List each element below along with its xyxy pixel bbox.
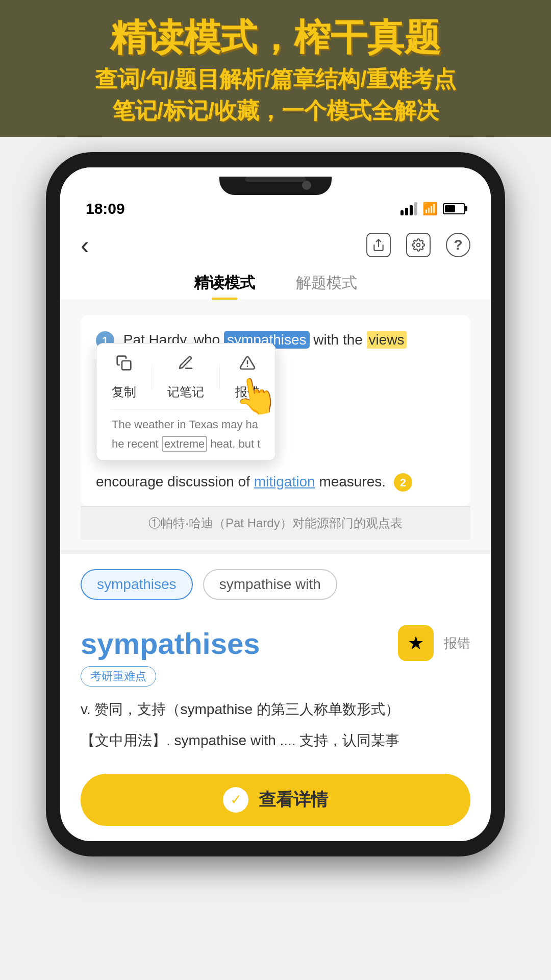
banner-subtitle1: 查词/句/题目解析/篇章结构/重难考点 <box>20 63 531 95</box>
translation-bar: ①帕特·哈迪（Pat Hardy）对能源部门的观点表 <box>81 506 470 540</box>
status-bar: 18:09 📶 <box>60 195 491 220</box>
notch-camera <box>302 181 311 190</box>
mode-tabs: 精读模式 解题模式 <box>60 265 491 300</box>
dict-header: sympathises ★ 报错 <box>81 625 470 661</box>
see-details-check-icon: ✓ <box>223 787 248 813</box>
dictionary-section: sympathises ★ 报错 考研重难点 v. 赞同，支持（sympathi… <box>60 610 491 764</box>
dict-usage: 【文中用法】. sympathise with .... 支持，认同某事 <box>81 728 470 753</box>
tooltip-divider-1 <box>152 364 152 390</box>
phone-wrapper: 18:09 📶 ‹ <box>0 152 551 856</box>
status-icons: 📶 <box>400 202 465 216</box>
extreme-word: extreme <box>162 436 207 452</box>
app-header: ‹ ? <box>60 220 491 265</box>
dict-report-button[interactable]: 报错 <box>444 634 470 652</box>
help-button[interactable]: ? <box>446 233 470 257</box>
dict-definition: v. 赞同，支持（sympathise 的第三人称单数形式） <box>81 697 470 722</box>
copy-icon <box>116 353 132 379</box>
back-button[interactable]: ‹ <box>81 230 89 260</box>
phone-notch <box>219 177 332 195</box>
word-tab-sympathises[interactable]: sympathises <box>81 569 193 600</box>
yellow-views: views <box>367 331 407 349</box>
share-button[interactable] <box>366 233 391 257</box>
passage-num-2: 2 <box>394 473 412 492</box>
note-label: 记笔记 <box>167 382 204 403</box>
passage-end: measures. <box>319 474 386 489</box>
notch-pill <box>245 177 306 182</box>
top-banner: 精读模式，榨干真题 查词/句/题目解析/篇章结构/重难考点 笔记/标记/收藏，一… <box>0 0 551 137</box>
battery-icon <box>443 203 465 214</box>
wifi-icon: 📶 <box>422 202 438 216</box>
word-tabs: sympathises sympathise with <box>60 550 491 610</box>
banner-title: 精读模式，榨干真题 <box>20 15 531 59</box>
header-right-icons: ? <box>366 233 470 257</box>
status-time: 18:09 <box>86 200 125 217</box>
word-tab-sympathise-with[interactable]: sympathise with <box>203 569 337 600</box>
banner-subtitle2: 笔记/标记/收藏，一个模式全解决 <box>20 95 531 127</box>
content-area: 1 Pat Hardy, who sympathises with the vi… <box>60 300 491 550</box>
kaoyan-badge: 考研重难点 <box>81 666 156 687</box>
blue-mitigation[interactable]: mitigation <box>254 474 315 489</box>
phone-frame: 18:09 📶 ‹ <box>46 152 505 856</box>
see-details-button[interactable]: ✓ 查看详情 <box>81 774 470 826</box>
note-action[interactable]: 记笔记 <box>167 353 204 403</box>
star-button[interactable]: ★ <box>398 625 434 661</box>
tab-reading[interactable]: 精读模式 <box>194 273 255 300</box>
passage-line7: encourage discussion of <box>96 474 254 489</box>
tab-solving[interactable]: 解题模式 <box>296 273 357 300</box>
note-icon <box>178 353 194 379</box>
dict-word: sympathises <box>81 626 260 660</box>
passage-text: 1 Pat Hardy, who sympathises with the vi… <box>81 315 470 507</box>
see-details-label: 查看详情 <box>259 788 328 812</box>
svg-rect-2 <box>122 361 131 370</box>
copy-label: 复制 <box>112 382 136 403</box>
copy-action[interactable]: 复制 <box>112 353 136 403</box>
phone-screen: 18:09 📶 ‹ <box>60 167 491 841</box>
dict-actions: ★ 报错 <box>398 625 470 661</box>
star-icon: ★ <box>408 632 424 654</box>
translation-text: ①帕特·哈迪（Pat Hardy）对能源部门的观点表 <box>148 516 402 530</box>
passage-text-mid: with the <box>313 332 366 348</box>
settings-button[interactable] <box>406 233 431 257</box>
tooltip-divider-2 <box>219 364 220 390</box>
svg-point-1 <box>417 243 420 247</box>
signal-icon <box>400 202 417 215</box>
